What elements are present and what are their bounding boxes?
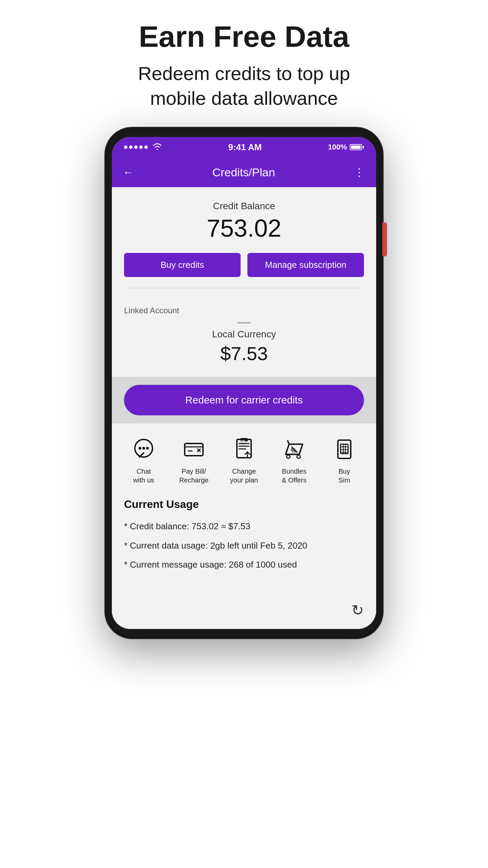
buy-sim-icon: [331, 436, 358, 463]
signal-dot-4: [139, 145, 143, 149]
action-pay-bill-label: Pay Bill/Recharge: [179, 467, 209, 485]
buy-credits-button[interactable]: Buy credits: [124, 253, 241, 277]
svg-point-2: [142, 447, 145, 450]
header-title: Credits/Plan: [212, 166, 275, 179]
refresh-row: ↻: [112, 598, 376, 629]
credit-balance-label: Credit Balance: [124, 201, 364, 212]
screen-content: Credit Balance 753.02 Buy credits Manage…: [112, 187, 376, 629]
svg-text:%: %: [291, 447, 296, 454]
action-chat-label: Chatwith us: [133, 467, 154, 485]
pay-bill-icon: [180, 436, 207, 463]
usage-title: Current Usage: [124, 498, 364, 511]
signal-dots: [124, 145, 148, 149]
app-header: ← Credits/Plan ⋮: [112, 157, 376, 187]
svg-point-16: [287, 455, 290, 458]
page-title: Earn Free Data: [108, 20, 380, 53]
scroll-dots: [237, 322, 251, 323]
svg-text:PRE: PRE: [241, 440, 246, 442]
svg-line-15: [288, 441, 289, 444]
action-chat[interactable]: Chatwith us: [119, 436, 169, 485]
side-button: [382, 222, 387, 256]
quick-actions: Chatwith us Pay Bill/Recharge: [112, 423, 376, 491]
battery-percentage: 100%: [328, 143, 347, 152]
action-bundles[interactable]: % Bundles& Offers: [269, 436, 319, 485]
credit-button-row: Buy credits Manage subscription: [124, 253, 364, 277]
svg-point-1: [139, 447, 141, 450]
signal-dot-3: [134, 145, 138, 149]
svg-point-3: [146, 447, 149, 450]
battery-tip: [363, 146, 364, 149]
signal-dot-5: [144, 145, 148, 149]
credit-balance-section: Credit Balance 753.02 Buy credits Manage…: [112, 187, 376, 306]
usage-item-3: * Current message usage: 268 of 1000 use…: [124, 558, 364, 571]
action-buy-sim[interactable]: BuySim: [319, 436, 369, 485]
phone-frame: 9:41 AM 100% ← Credits/Plan ⋮ Credit Bal…: [105, 127, 383, 638]
redeem-button[interactable]: Redeem for carrier credits: [124, 385, 364, 415]
linked-account-label: Linked Account: [124, 306, 364, 315]
action-change-plan[interactable]: PRE PLAN Changeyour plan: [219, 436, 269, 485]
page-subtitle: Redeem credits to top up mobile data all…: [108, 61, 380, 111]
currency-label: Local Currency: [124, 329, 364, 340]
refresh-button[interactable]: ↻: [351, 601, 364, 619]
scroll-indicator: [124, 322, 364, 323]
status-left: [124, 142, 162, 152]
status-bar: 9:41 AM 100%: [112, 137, 376, 157]
status-right: 100%: [328, 143, 364, 152]
manage-subscription-button[interactable]: Manage subscription: [247, 253, 364, 277]
change-plan-icon: PRE PLAN: [230, 436, 258, 463]
page-header: Earn Free Data Redeem credits to top up …: [108, 20, 380, 111]
chat-icon: [130, 436, 157, 463]
signal-dot-2: [129, 145, 133, 149]
bundles-icon: %: [281, 436, 308, 463]
action-change-plan-label: Changeyour plan: [230, 467, 258, 485]
currency-amount: $7.53: [124, 342, 364, 364]
usage-item-1: * Credit balance: 753.02 ≈ $7.53: [124, 520, 364, 532]
more-menu-button[interactable]: ⋮: [354, 166, 365, 179]
credit-balance-amount: 753.02: [124, 214, 364, 242]
action-bundles-label: Bundles& Offers: [282, 467, 307, 485]
wifi-icon: [152, 142, 162, 152]
status-time: 9:41 AM: [228, 142, 262, 153]
phone-screen: 9:41 AM 100% ← Credits/Plan ⋮ Credit Bal…: [112, 137, 376, 629]
usage-section: Current Usage * Credit balance: 753.02 ≈…: [112, 491, 376, 598]
usage-item-2: * Current data usage: 2gb left until Feb…: [124, 539, 364, 552]
action-pay-bill[interactable]: Pay Bill/Recharge: [169, 436, 219, 485]
action-buy-sim-label: BuySim: [339, 467, 350, 485]
back-button[interactable]: ←: [123, 166, 134, 179]
battery-fill: [351, 145, 361, 149]
battery-body: [350, 144, 362, 150]
svg-point-17: [297, 455, 300, 458]
svg-text:PLAN: PLAN: [240, 443, 245, 445]
redeem-section: Redeem for carrier credits: [112, 377, 376, 423]
battery-icon: [350, 144, 364, 150]
signal-dot-1: [124, 145, 127, 149]
section-divider: [124, 288, 364, 288]
linked-account-section: Linked Account Local Currency $7.53: [112, 306, 376, 370]
